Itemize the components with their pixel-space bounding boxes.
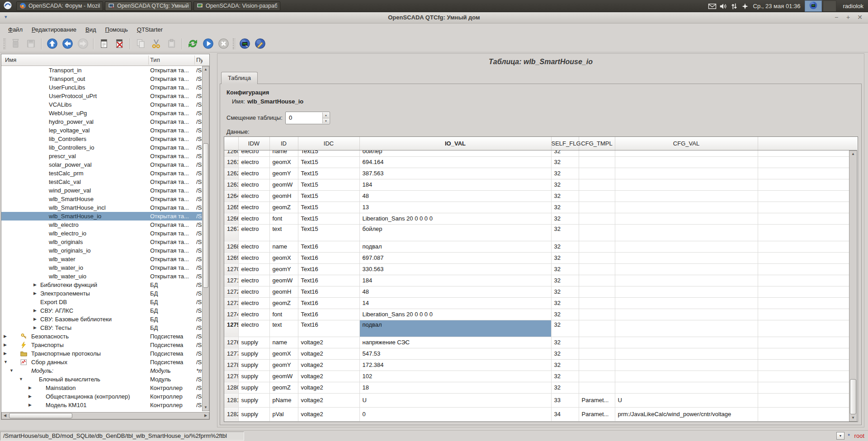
- start-menu-button[interactable]: [1, 1, 14, 11]
- cell-1280-7[interactable]: [615, 382, 758, 393]
- cell-1278-1[interactable]: supply: [238, 359, 269, 371]
- cell-1266-2[interactable]: font: [269, 213, 298, 224]
- updown-icon[interactable]: [729, 2, 740, 11]
- cell-1276-0[interactable]: 1276: [224, 337, 238, 348]
- tree-item-lib_Controllers_io[interactable]: lib_Controllers_ioОткрытая та.../Sm: [1, 143, 202, 152]
- cell-1280-2[interactable]: geomZ: [269, 382, 298, 393]
- cell-1261-7[interactable]: [615, 156, 758, 168]
- cell-1277-5[interactable]: 32: [551, 348, 579, 359]
- cell-1262-4[interactable]: 387.563: [359, 168, 551, 179]
- cell-1276-7[interactable]: [615, 337, 758, 348]
- cell-1269-1[interactable]: electro: [238, 252, 269, 263]
- cell-1277-4[interactable]: 547.53: [359, 348, 551, 359]
- chevron-right-icon[interactable]: ▶: [4, 349, 7, 358]
- offset-spinbox[interactable]: 0 ▲ ▼: [285, 112, 330, 124]
- cell-1281-3[interactable]: voltage2: [298, 393, 359, 407]
- tree-item-solar_power_val[interactable]: solar_power_valОткрытая та.../Sm: [1, 160, 202, 169]
- cell-1260-6[interactable]: [579, 150, 615, 156]
- toolbar-save-button[interactable]: [24, 37, 38, 51]
- tree-item-hydro_power_val[interactable]: hydro_power_valОткрытая та.../Sm: [1, 117, 202, 126]
- cell-1270-1[interactable]: electro: [238, 263, 269, 275]
- cell-1274-2[interactable]: font: [269, 309, 298, 320]
- chevron-right-icon[interactable]: ▶: [28, 392, 32, 401]
- cell-1268-1[interactable]: electro: [238, 241, 269, 252]
- chevron-right-icon[interactable]: ▶: [4, 332, 7, 341]
- task-button-1[interactable]: OpenSCADA: Форум - Mozil...: [16, 1, 103, 11]
- cell-1267-4[interactable]: бойлер: [359, 224, 551, 241]
- spin-up-button[interactable]: ▲: [322, 113, 329, 118]
- cell-1282-1[interactable]: supply: [238, 407, 269, 421]
- cell-1261-4[interactable]: 694.164: [359, 156, 551, 168]
- cell-1266-5[interactable]: 32: [551, 213, 579, 224]
- tree-col-path[interactable]: Путь: [196, 56, 203, 63]
- cell-1276-3[interactable]: voltage2: [298, 337, 359, 348]
- col-header-ID[interactable]: ID: [269, 137, 298, 150]
- cell-1271-0[interactable]: 1271: [224, 275, 238, 286]
- tree-vscrollbar[interactable]: ▲ ▼: [202, 66, 209, 411]
- cell-1276-6[interactable]: [579, 337, 615, 348]
- cell-1270-5[interactable]: 32: [551, 263, 579, 275]
- menu-4[interactable]: Помощь: [101, 25, 132, 34]
- cell-1260-1[interactable]: electro: [238, 150, 269, 156]
- cell-1279-3[interactable]: voltage2: [298, 371, 359, 382]
- cell-1269-3[interactable]: Text16: [298, 252, 359, 263]
- cell-1263-1[interactable]: electro: [238, 179, 269, 190]
- status-dropdown-button[interactable]: ▼: [836, 432, 844, 440]
- cell-1266-7[interactable]: [615, 213, 758, 224]
- toolbar-forward-button[interactable]: [76, 37, 90, 51]
- toolbar-copy-button[interactable]: [134, 37, 147, 51]
- tree-item-Mainstation[interactable]: ▶MainstationКонтроллер/Sm: [1, 384, 202, 392]
- cell-1279-1[interactable]: supply: [238, 371, 269, 382]
- tree-item-lib_Controllers[interactable]: lib_ControllersОткрытая та.../Sm: [1, 135, 202, 143]
- pinwheel-icon[interactable]: [740, 2, 750, 11]
- cell-1268-2[interactable]: name: [269, 241, 298, 252]
- menu-3[interactable]: Вид: [81, 25, 101, 34]
- cell-1272-1[interactable]: electro: [238, 286, 269, 297]
- cell-1277-7[interactable]: [615, 348, 758, 359]
- tray-app-button[interactable]: [805, 0, 822, 12]
- cell-1262-2[interactable]: geomY: [269, 168, 298, 179]
- cell-1281-0[interactable]: 1281: [224, 393, 238, 407]
- cell-1263-6[interactable]: [579, 179, 615, 190]
- cell-1260-0[interactable]: 1260: [224, 150, 238, 156]
- cell-1264-0[interactable]: 1264: [224, 190, 238, 202]
- tree-item-testCalc_prm[interactable]: testCalc_prmОткрытая та.../Sm: [1, 169, 202, 178]
- cell-1277-0[interactable]: 1277: [224, 348, 238, 359]
- cell-1282-5[interactable]: 34: [551, 407, 579, 421]
- cell-1273-7[interactable]: [615, 297, 758, 309]
- chevron-right-icon[interactable]: ▶: [33, 289, 37, 298]
- cell-1267-6[interactable]: [579, 224, 615, 241]
- cell-1278-7[interactable]: [615, 359, 758, 371]
- cell-1272-5[interactable]: 32: [551, 286, 579, 297]
- cell-1266-6[interactable]: [579, 213, 615, 224]
- cell-1262-3[interactable]: Text15: [298, 168, 359, 179]
- cell-1276-2[interactable]: name: [269, 337, 298, 348]
- cell-1274-4[interactable]: Liberation_Sans 20 0 0 0 0: [359, 309, 551, 320]
- tab-table[interactable]: Таблица: [221, 72, 258, 84]
- toolbar-qtcfg-button[interactable]: [238, 37, 251, 51]
- cell-1280-0[interactable]: 1280: [224, 382, 238, 393]
- cell-1282-3[interactable]: voltage2: [298, 407, 359, 421]
- cell-1265-1[interactable]: electro: [238, 202, 269, 213]
- cell-1275-3[interactable]: Text16: [298, 320, 359, 337]
- cell-1272-3[interactable]: Text16: [298, 286, 359, 297]
- cell-1279-4[interactable]: 102: [359, 371, 551, 382]
- chevron-right-icon[interactable]: ▶: [33, 306, 37, 315]
- chevron-right-icon[interactable]: ▶: [33, 315, 37, 324]
- cell-1277-3[interactable]: voltage2: [298, 348, 359, 359]
- tree-item-СВУ_Базовые_библиотеки[interactable]: ▶СВУ: Базовые библиотекиБД/Sm: [1, 315, 202, 324]
- cell-1280-5[interactable]: 32: [551, 382, 579, 393]
- task-button-2[interactable]: OpenSCADA QTCfg: Умный...: [105, 1, 192, 11]
- tree-col-name[interactable]: Имя: [5, 56, 16, 63]
- tree-item-Безопасность[interactable]: ▶БезопасностьПодсистема/Sm: [1, 332, 202, 341]
- cell-1274-0[interactable]: 1274: [224, 309, 238, 320]
- tree-item-Transport_in[interactable]: Transport_inОткрытая та.../Sm: [1, 66, 202, 75]
- cell-1275-6[interactable]: [579, 320, 615, 337]
- cell-1269-4[interactable]: 697.087: [359, 252, 551, 263]
- cell-1282-0[interactable]: 1282: [224, 407, 238, 421]
- cell-1270-0[interactable]: 1270: [224, 263, 238, 275]
- col-header-IO_VAL[interactable]: IO_VAL: [359, 137, 551, 150]
- cell-1275-1[interactable]: electro: [238, 320, 269, 337]
- taskbar-clock[interactable]: Ср., 23 мая 01:36: [753, 3, 801, 9]
- cell-1265-6[interactable]: [579, 202, 615, 213]
